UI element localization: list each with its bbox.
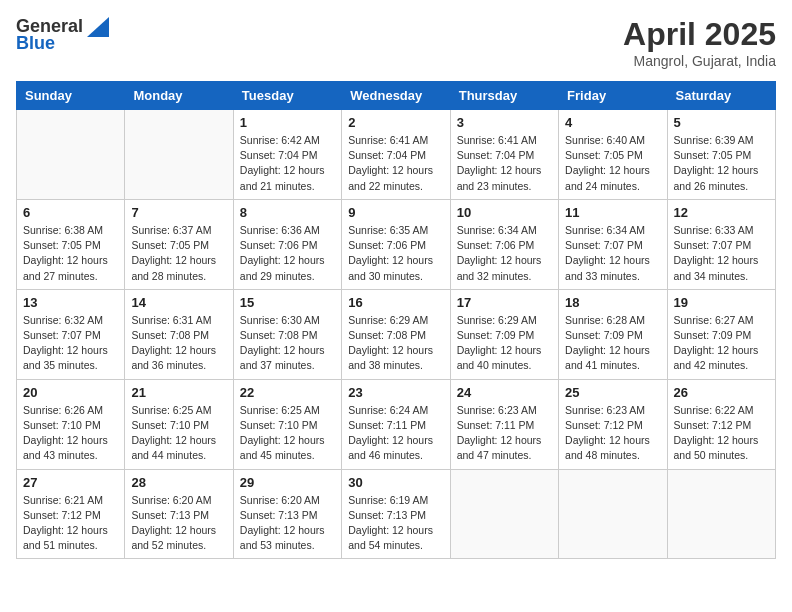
day-info: Sunrise: 6:28 AM Sunset: 7:09 PM Dayligh… [565, 313, 660, 374]
day-info: Sunrise: 6:29 AM Sunset: 7:09 PM Dayligh… [457, 313, 552, 374]
calendar-cell: 22Sunrise: 6:25 AM Sunset: 7:10 PM Dayli… [233, 379, 341, 469]
calendar-cell: 25Sunrise: 6:23 AM Sunset: 7:12 PM Dayli… [559, 379, 667, 469]
calendar-cell: 20Sunrise: 6:26 AM Sunset: 7:10 PM Dayli… [17, 379, 125, 469]
day-info: Sunrise: 6:23 AM Sunset: 7:11 PM Dayligh… [457, 403, 552, 464]
day-number: 6 [23, 205, 118, 220]
svg-marker-0 [87, 17, 109, 37]
calendar-cell: 6Sunrise: 6:38 AM Sunset: 7:05 PM Daylig… [17, 199, 125, 289]
day-number: 26 [674, 385, 769, 400]
day-number: 14 [131, 295, 226, 310]
day-number: 29 [240, 475, 335, 490]
weekday-header: Saturday [667, 82, 775, 110]
day-number: 3 [457, 115, 552, 130]
day-number: 23 [348, 385, 443, 400]
calendar-cell [667, 469, 775, 559]
calendar-cell: 7Sunrise: 6:37 AM Sunset: 7:05 PM Daylig… [125, 199, 233, 289]
day-number: 9 [348, 205, 443, 220]
day-number: 21 [131, 385, 226, 400]
calendar-cell: 17Sunrise: 6:29 AM Sunset: 7:09 PM Dayli… [450, 289, 558, 379]
day-number: 25 [565, 385, 660, 400]
location-title: Mangrol, Gujarat, India [623, 53, 776, 69]
day-number: 17 [457, 295, 552, 310]
day-info: Sunrise: 6:19 AM Sunset: 7:13 PM Dayligh… [348, 493, 443, 554]
logo-icon [87, 17, 109, 37]
day-info: Sunrise: 6:33 AM Sunset: 7:07 PM Dayligh… [674, 223, 769, 284]
month-title: April 2025 [623, 16, 776, 53]
day-info: Sunrise: 6:25 AM Sunset: 7:10 PM Dayligh… [240, 403, 335, 464]
day-info: Sunrise: 6:27 AM Sunset: 7:09 PM Dayligh… [674, 313, 769, 374]
calendar-cell: 2Sunrise: 6:41 AM Sunset: 7:04 PM Daylig… [342, 110, 450, 200]
calendar-cell: 24Sunrise: 6:23 AM Sunset: 7:11 PM Dayli… [450, 379, 558, 469]
calendar-cell: 16Sunrise: 6:29 AM Sunset: 7:08 PM Dayli… [342, 289, 450, 379]
weekday-header: Wednesday [342, 82, 450, 110]
day-number: 7 [131, 205, 226, 220]
day-number: 19 [674, 295, 769, 310]
calendar-cell: 27Sunrise: 6:21 AM Sunset: 7:12 PM Dayli… [17, 469, 125, 559]
calendar-cell: 29Sunrise: 6:20 AM Sunset: 7:13 PM Dayli… [233, 469, 341, 559]
day-number: 8 [240, 205, 335, 220]
logo: General Blue [16, 16, 109, 54]
day-info: Sunrise: 6:24 AM Sunset: 7:11 PM Dayligh… [348, 403, 443, 464]
calendar-cell: 23Sunrise: 6:24 AM Sunset: 7:11 PM Dayli… [342, 379, 450, 469]
day-info: Sunrise: 6:37 AM Sunset: 7:05 PM Dayligh… [131, 223, 226, 284]
calendar-cell: 18Sunrise: 6:28 AM Sunset: 7:09 PM Dayli… [559, 289, 667, 379]
day-number: 11 [565, 205, 660, 220]
day-info: Sunrise: 6:21 AM Sunset: 7:12 PM Dayligh… [23, 493, 118, 554]
calendar-cell: 5Sunrise: 6:39 AM Sunset: 7:05 PM Daylig… [667, 110, 775, 200]
day-info: Sunrise: 6:39 AM Sunset: 7:05 PM Dayligh… [674, 133, 769, 194]
weekday-header: Sunday [17, 82, 125, 110]
day-number: 16 [348, 295, 443, 310]
day-info: Sunrise: 6:25 AM Sunset: 7:10 PM Dayligh… [131, 403, 226, 464]
day-number: 1 [240, 115, 335, 130]
calendar-cell [17, 110, 125, 200]
day-number: 20 [23, 385, 118, 400]
calendar-cell: 9Sunrise: 6:35 AM Sunset: 7:06 PM Daylig… [342, 199, 450, 289]
day-number: 28 [131, 475, 226, 490]
calendar-cell: 26Sunrise: 6:22 AM Sunset: 7:12 PM Dayli… [667, 379, 775, 469]
calendar-cell: 21Sunrise: 6:25 AM Sunset: 7:10 PM Dayli… [125, 379, 233, 469]
day-number: 30 [348, 475, 443, 490]
day-info: Sunrise: 6:42 AM Sunset: 7:04 PM Dayligh… [240, 133, 335, 194]
calendar-week-row: 20Sunrise: 6:26 AM Sunset: 7:10 PM Dayli… [17, 379, 776, 469]
day-info: Sunrise: 6:20 AM Sunset: 7:13 PM Dayligh… [240, 493, 335, 554]
day-number: 18 [565, 295, 660, 310]
day-info: Sunrise: 6:23 AM Sunset: 7:12 PM Dayligh… [565, 403, 660, 464]
day-number: 22 [240, 385, 335, 400]
calendar-week-row: 6Sunrise: 6:38 AM Sunset: 7:05 PM Daylig… [17, 199, 776, 289]
day-info: Sunrise: 6:32 AM Sunset: 7:07 PM Dayligh… [23, 313, 118, 374]
calendar-cell: 10Sunrise: 6:34 AM Sunset: 7:06 PM Dayli… [450, 199, 558, 289]
weekday-header: Friday [559, 82, 667, 110]
calendar-cell [450, 469, 558, 559]
day-number: 4 [565, 115, 660, 130]
calendar-cell: 15Sunrise: 6:30 AM Sunset: 7:08 PM Dayli… [233, 289, 341, 379]
day-info: Sunrise: 6:30 AM Sunset: 7:08 PM Dayligh… [240, 313, 335, 374]
calendar-week-row: 1Sunrise: 6:42 AM Sunset: 7:04 PM Daylig… [17, 110, 776, 200]
calendar-cell: 30Sunrise: 6:19 AM Sunset: 7:13 PM Dayli… [342, 469, 450, 559]
weekday-header: Monday [125, 82, 233, 110]
calendar-header-row: SundayMondayTuesdayWednesdayThursdayFrid… [17, 82, 776, 110]
day-info: Sunrise: 6:40 AM Sunset: 7:05 PM Dayligh… [565, 133, 660, 194]
page-header: General Blue April 2025 Mangrol, Gujarat… [16, 16, 776, 69]
calendar-cell: 28Sunrise: 6:20 AM Sunset: 7:13 PM Dayli… [125, 469, 233, 559]
day-info: Sunrise: 6:34 AM Sunset: 7:07 PM Dayligh… [565, 223, 660, 284]
calendar-cell: 12Sunrise: 6:33 AM Sunset: 7:07 PM Dayli… [667, 199, 775, 289]
day-info: Sunrise: 6:26 AM Sunset: 7:10 PM Dayligh… [23, 403, 118, 464]
day-number: 10 [457, 205, 552, 220]
day-number: 5 [674, 115, 769, 130]
day-number: 24 [457, 385, 552, 400]
day-info: Sunrise: 6:31 AM Sunset: 7:08 PM Dayligh… [131, 313, 226, 374]
calendar-cell: 1Sunrise: 6:42 AM Sunset: 7:04 PM Daylig… [233, 110, 341, 200]
calendar-week-row: 27Sunrise: 6:21 AM Sunset: 7:12 PM Dayli… [17, 469, 776, 559]
day-info: Sunrise: 6:22 AM Sunset: 7:12 PM Dayligh… [674, 403, 769, 464]
calendar-cell: 8Sunrise: 6:36 AM Sunset: 7:06 PM Daylig… [233, 199, 341, 289]
calendar-table: SundayMondayTuesdayWednesdayThursdayFrid… [16, 81, 776, 559]
day-info: Sunrise: 6:35 AM Sunset: 7:06 PM Dayligh… [348, 223, 443, 284]
calendar-cell: 11Sunrise: 6:34 AM Sunset: 7:07 PM Dayli… [559, 199, 667, 289]
calendar-cell: 19Sunrise: 6:27 AM Sunset: 7:09 PM Dayli… [667, 289, 775, 379]
day-info: Sunrise: 6:34 AM Sunset: 7:06 PM Dayligh… [457, 223, 552, 284]
day-info: Sunrise: 6:20 AM Sunset: 7:13 PM Dayligh… [131, 493, 226, 554]
weekday-header: Tuesday [233, 82, 341, 110]
day-info: Sunrise: 6:36 AM Sunset: 7:06 PM Dayligh… [240, 223, 335, 284]
day-info: Sunrise: 6:38 AM Sunset: 7:05 PM Dayligh… [23, 223, 118, 284]
day-info: Sunrise: 6:41 AM Sunset: 7:04 PM Dayligh… [457, 133, 552, 194]
